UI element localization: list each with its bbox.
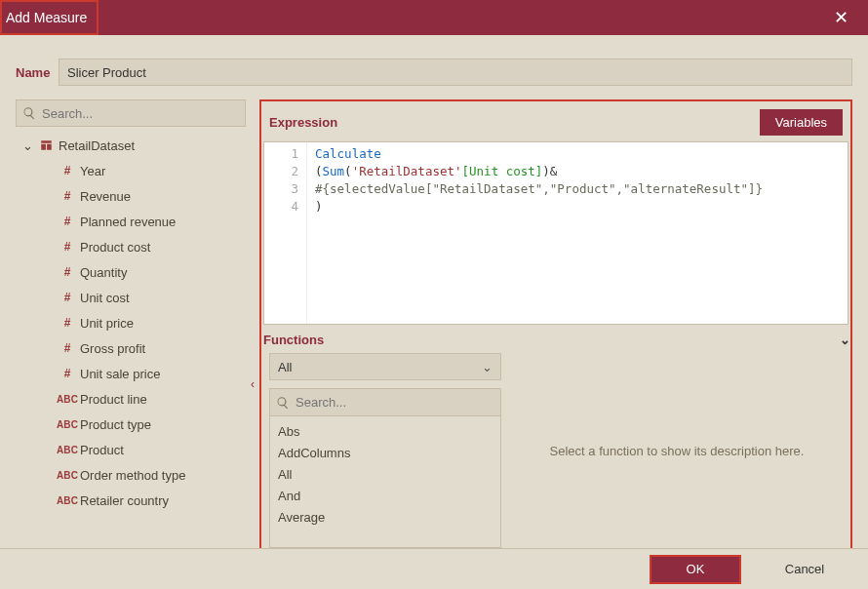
field-item[interactable]: #Unit price [16, 310, 246, 335]
variables-button[interactable]: Variables [760, 109, 843, 136]
expression-editor[interactable]: 1234 Calculate (Sum('RetailDataset'[Unit… [263, 141, 848, 325]
field-item[interactable]: ABCProduct type [16, 412, 246, 437]
text-icon: ABC [59, 394, 76, 405]
field-label: Quantity [80, 265, 127, 280]
number-icon: # [59, 316, 76, 330]
expression-label: Expression [269, 115, 337, 130]
field-item[interactable]: #Quantity [16, 259, 246, 285]
chevron-down-icon: ⌄ [482, 360, 493, 374]
field-item[interactable]: ABCProduct [16, 437, 246, 462]
text-icon: ABC [59, 495, 76, 506]
dataset-label: RetailDataset [59, 138, 135, 153]
text-icon: ABC [59, 419, 76, 430]
field-label: Unit price [80, 316, 134, 331]
field-label: Product [80, 443, 124, 457]
code-lines[interactable]: Calculate (Sum('RetailDataset'[Unit cost… [307, 142, 770, 324]
number-icon: # [59, 291, 76, 304]
functions-category-select[interactable]: All ⌄ [269, 353, 501, 380]
dialog-footer: OK Cancel [0, 548, 868, 589]
function-description-hint: Select a function to show its descriptio… [511, 353, 843, 548]
field-label: Product cost [80, 240, 150, 255]
field-label: Order method type [80, 468, 185, 483]
chevron-down-icon[interactable]: ⌄ [840, 333, 850, 347]
number-icon: # [59, 341, 76, 355]
number-icon: # [59, 240, 76, 254]
functions-label: Functions [263, 333, 324, 347]
number-icon: # [59, 367, 76, 380]
chevron-down-icon[interactable]: ⌄ [21, 138, 33, 153]
field-label: Unit cost [80, 291, 130, 305]
field-item[interactable]: ABCOrder method type [16, 462, 246, 488]
number-icon: # [59, 215, 76, 228]
function-item[interactable]: AddColumns [278, 442, 500, 463]
number-icon: # [59, 189, 76, 203]
field-item[interactable]: #Unit cost [16, 285, 246, 310]
function-item[interactable]: All [278, 463, 500, 485]
field-label: Year [80, 164, 105, 178]
field-item[interactable]: #Revenue [16, 183, 246, 209]
functions-category-value: All [278, 360, 292, 374]
name-label: Name [16, 65, 59, 80]
function-item[interactable]: Abs [278, 420, 500, 442]
ok-button[interactable]: OK [650, 555, 741, 584]
search-icon [22, 106, 36, 120]
field-item[interactable]: ABCProduct line [16, 386, 246, 412]
dialog-titlebar: Add Measure ✕ [0, 0, 868, 35]
measure-name-input[interactable] [59, 59, 852, 86]
text-icon: ABC [59, 470, 76, 481]
field-item[interactable]: #Gross profit [16, 335, 246, 361]
panel-collapse-handle[interactable]: ‹ [246, 99, 259, 548]
function-item[interactable]: Average [278, 506, 500, 528]
field-label: Product line [80, 392, 147, 407]
field-label: Gross profit [80, 341, 145, 356]
line-gutter: 1234 [264, 142, 307, 324]
fields-search-input[interactable] [36, 106, 239, 121]
field-item[interactable]: #Product cost [16, 234, 246, 259]
dataset-node[interactable]: ⌄ RetailDataset [16, 133, 246, 158]
field-label: Product type [80, 417, 151, 432]
field-label: Retailer country [80, 493, 169, 508]
field-item[interactable]: #Year [16, 158, 246, 183]
fields-search[interactable] [16, 99, 246, 127]
search-icon [276, 396, 290, 410]
functions-search-input[interactable] [290, 395, 494, 410]
dialog-title: Add Measure [0, 0, 99, 35]
cancel-button[interactable]: Cancel [759, 556, 850, 583]
field-label: Planned revenue [80, 215, 176, 229]
number-icon: # [59, 164, 76, 177]
functions-search[interactable] [270, 389, 500, 416]
field-label: Revenue [80, 189, 131, 204]
close-icon[interactable]: ✕ [828, 3, 854, 32]
field-label: Unit sale price [80, 367, 160, 381]
field-item[interactable]: #Unit sale price [16, 361, 246, 386]
number-icon: # [59, 265, 76, 279]
field-item[interactable]: ABCRetailer country [16, 488, 246, 513]
fields-tree: ⌄ RetailDataset #Year#Revenue#Planned re… [16, 133, 246, 513]
field-item[interactable]: #Planned revenue [16, 209, 246, 234]
table-icon [37, 138, 55, 152]
text-icon: ABC [59, 445, 76, 455]
function-item[interactable]: And [278, 485, 500, 506]
